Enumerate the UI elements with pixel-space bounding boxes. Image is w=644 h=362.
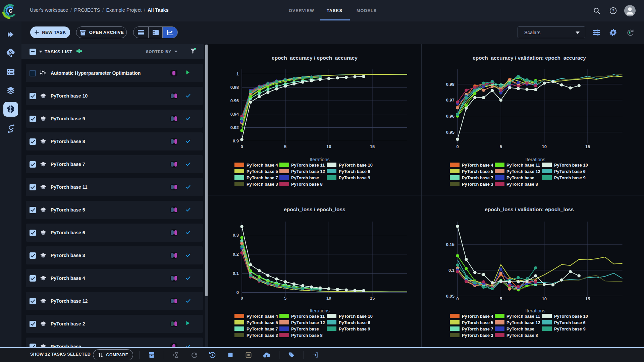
svg-text:Iterations: Iterations (310, 308, 330, 313)
svg-text:0: 0 (240, 144, 243, 149)
svg-text:PyTorch base 12: PyTorch base 12 (291, 169, 325, 174)
svg-text:PyTorch base: PyTorch base (506, 175, 534, 180)
svg-text:10: 10 (326, 296, 331, 301)
svg-text:epoch_accuracy / validation: e: epoch_accuracy / validation: epoch_accur… (473, 55, 586, 61)
svg-text:15: 15 (370, 296, 375, 301)
svg-text:0.05: 0.05 (446, 294, 454, 299)
svg-text:Iterations: Iterations (525, 157, 545, 162)
svg-text:c: c (9, 7, 12, 14)
svg-text:PyTorch base 5: PyTorch base 5 (247, 320, 278, 325)
svg-text:PyTorch base 7: PyTorch base 7 (462, 175, 493, 180)
svg-text:PyTorch base 6: PyTorch base 6 (554, 320, 586, 325)
svg-text:PyTorch base 8: PyTorch base 8 (291, 333, 323, 338)
svg-text:0.92: 0.92 (230, 125, 239, 130)
svg-text:10: 10 (542, 296, 546, 301)
svg-text:1: 1 (236, 71, 239, 76)
svg-text:0.2: 0.2 (233, 252, 239, 257)
svg-text:PyTorch base 7: PyTorch base 7 (247, 175, 278, 180)
svg-text:0.15: 0.15 (446, 242, 454, 247)
svg-text:PyTorch base 11: PyTorch base 11 (506, 163, 540, 168)
svg-text:PyTorch base 4: PyTorch base 4 (462, 314, 494, 319)
svg-text:Iterations: Iterations (525, 308, 545, 313)
svg-text:PyTorch base 4: PyTorch base 4 (462, 163, 494, 168)
svg-text:10: 10 (326, 144, 331, 149)
svg-text:PyTorch base 10: PyTorch base 10 (339, 314, 373, 319)
svg-text:PyTorch base 7: PyTorch base 7 (462, 326, 493, 331)
svg-text:Iterations: Iterations (310, 157, 330, 162)
svg-text:epoch_loss / epoch_loss: epoch_loss / epoch_loss (284, 206, 345, 212)
svg-text:PyTorch base 5: PyTorch base 5 (247, 169, 278, 174)
svg-text:PyTorch base 7: PyTorch base 7 (247, 326, 278, 331)
svg-text:PyTorch base 3: PyTorch base 3 (247, 182, 278, 187)
svg-text:0: 0 (236, 290, 239, 295)
svg-text:epoch_accuracy / epoch_accurac: epoch_accuracy / epoch_accuracy (272, 55, 358, 61)
svg-text:PyTorch base 3: PyTorch base 3 (462, 333, 493, 338)
svg-text:epoch_loss / validation: epoch: epoch_loss / validation: epoch_loss (485, 206, 574, 212)
svg-text:PyTorch base 5: PyTorch base 5 (462, 169, 493, 174)
svg-text:PyTorch base 5: PyTorch base 5 (462, 320, 493, 325)
svg-text:PyTorch base 3: PyTorch base 3 (462, 182, 493, 187)
svg-text:0.98: 0.98 (446, 82, 454, 87)
svg-text:0.3: 0.3 (233, 233, 239, 238)
svg-text:PyTorch base 11: PyTorch base 11 (506, 314, 540, 319)
svg-text:0.95: 0.95 (446, 130, 454, 135)
svg-text:PyTorch base 4: PyTorch base 4 (247, 314, 278, 319)
svg-text:PyTorch base 10: PyTorch base 10 (554, 163, 588, 168)
svg-text:PyTorch base 10: PyTorch base 10 (339, 163, 373, 168)
svg-text:PyTorch base 8: PyTorch base 8 (506, 333, 538, 338)
svg-text:0.94: 0.94 (230, 112, 239, 117)
svg-text:PyTorch base 12: PyTorch base 12 (506, 169, 540, 174)
svg-text:0.96: 0.96 (230, 98, 239, 103)
svg-text:PyTorch base 6: PyTorch base 6 (339, 320, 370, 325)
svg-text:0: 0 (456, 144, 459, 149)
svg-text:5: 5 (284, 144, 286, 149)
svg-text:0.98: 0.98 (230, 85, 239, 90)
svg-text:5: 5 (284, 296, 286, 301)
svg-text:0.9: 0.9 (233, 138, 239, 143)
svg-text:5: 5 (500, 144, 502, 149)
svg-text:PyTorch base 4: PyTorch base 4 (247, 163, 278, 168)
svg-text:PyTorch base 9: PyTorch base 9 (554, 175, 586, 180)
svg-text:PyTorch base 3: PyTorch base 3 (247, 333, 278, 338)
svg-text:?: ? (612, 9, 614, 13)
svg-text:PyTorch base: PyTorch base (291, 326, 319, 331)
svg-text:0: 0 (240, 296, 243, 301)
svg-text:PyTorch base 10: PyTorch base 10 (554, 314, 588, 319)
svg-text:PyTorch base 8: PyTorch base 8 (506, 182, 538, 187)
svg-text:15: 15 (585, 144, 590, 149)
svg-text:PyTorch base 9: PyTorch base 9 (554, 326, 586, 331)
svg-text:15: 15 (370, 144, 375, 149)
svg-text:5: 5 (500, 296, 502, 301)
svg-text:PyTorch base 6: PyTorch base 6 (554, 169, 586, 174)
svg-text:PyTorch base 6: PyTorch base 6 (339, 169, 370, 174)
svg-text:0.1: 0.1 (233, 271, 239, 276)
svg-text:PyTorch base: PyTorch base (506, 326, 534, 331)
svg-text:0: 0 (456, 296, 459, 301)
svg-text:0.1: 0.1 (448, 268, 454, 273)
svg-text:PyTorch base 9: PyTorch base 9 (339, 326, 370, 331)
svg-text:0.97: 0.97 (446, 98, 454, 103)
svg-text:PyTorch base 11: PyTorch base 11 (291, 314, 325, 319)
svg-text:0.96: 0.96 (446, 114, 454, 119)
svg-text:15: 15 (585, 296, 590, 301)
svg-text:PyTorch base 8: PyTorch base 8 (291, 182, 323, 187)
svg-text:PyTorch base 12: PyTorch base 12 (506, 320, 540, 325)
svg-text:PyTorch base 9: PyTorch base 9 (339, 175, 370, 180)
svg-text:10: 10 (542, 144, 546, 149)
svg-text:PyTorch base 11: PyTorch base 11 (291, 163, 325, 168)
svg-text:PyTorch base 12: PyTorch base 12 (291, 320, 325, 325)
svg-text:PyTorch base: PyTorch base (291, 175, 319, 180)
